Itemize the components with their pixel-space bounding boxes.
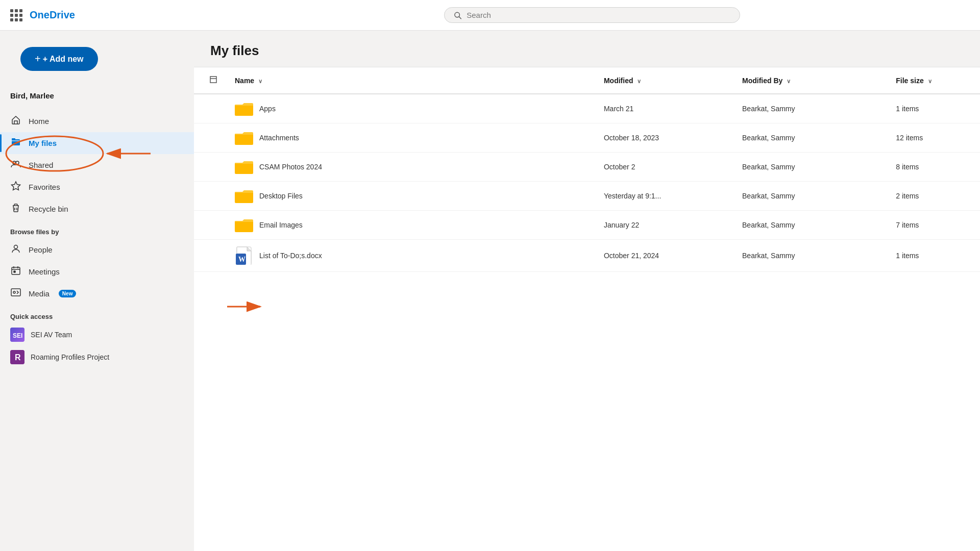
th-modified-by[interactable]: Modified By ∨: [734, 67, 888, 94]
modifiedby-sort-icon: ∨: [787, 78, 791, 85]
shared-label: Shared: [29, 161, 53, 169]
row-modified: March 21: [596, 94, 734, 123]
row-modified-by: Bearkat, Sammy: [734, 211, 888, 240]
row-icon-cell: [194, 94, 227, 123]
name-cell: Desktop Files: [235, 188, 587, 204]
th-modified[interactable]: Modified ∨: [596, 67, 734, 94]
sei-icon: SEI: [10, 328, 24, 342]
row-modified: October 21, 2024: [596, 240, 734, 272]
people-label: People: [29, 245, 53, 254]
row-icon-cell: [194, 123, 227, 153]
row-file-size: 1 items: [888, 240, 980, 272]
row-modified: January 22: [596, 211, 734, 240]
th-icon: [194, 67, 227, 94]
svg-rect-22: [235, 105, 253, 116]
table-row[interactable]: Desktop FilesYesterday at 9:1...Bearkat,…: [194, 182, 980, 211]
meetings-icon: [10, 265, 21, 278]
svg-rect-26: [235, 221, 253, 232]
row-file-size: 2 items: [888, 182, 980, 211]
file-list-container: Name ∨ Modified ∨ Modified By ∨ File s: [194, 67, 980, 551]
file-name: Desktop Files: [259, 192, 303, 200]
row-name-cell: Email Images: [227, 211, 596, 240]
table-row[interactable]: CSAM Photos 2024October 2Bearkat, Sammy8…: [194, 153, 980, 182]
row-icon-cell: [194, 211, 227, 240]
user-section: Bird, Marlee: [0, 89, 194, 110]
row-name-cell: W List of To-Do;s.docx: [227, 240, 596, 272]
topbar: OneDrive: [0, 0, 980, 31]
sidebar-item-home[interactable]: Home: [0, 110, 194, 132]
row-icon-cell: [194, 240, 227, 272]
topbar-left: OneDrive: [10, 9, 204, 21]
row-icon-cell: [194, 182, 227, 211]
svg-rect-24: [235, 163, 253, 174]
sidebar-item-favorites[interactable]: Favorites: [0, 176, 194, 198]
row-file-size: 12 items: [888, 123, 980, 153]
name-cell: Apps: [235, 101, 587, 116]
waffle-icon[interactable]: [10, 9, 22, 21]
file-table: Name ∨ Modified ∨ Modified By ∨ File s: [194, 67, 980, 272]
name-cell: Attachments: [235, 130, 587, 145]
file-table-body: AppsMarch 21Bearkat, Sammy1 items Attach…: [194, 94, 980, 272]
name-cell: CSAM Photos 2024: [235, 159, 587, 174]
row-modified-by: Bearkat, Sammy: [734, 240, 888, 272]
row-modified: October 2: [596, 153, 734, 182]
row-modified: Yesterday at 9:1...: [596, 182, 734, 211]
folder-icon: [235, 130, 253, 145]
table-row[interactable]: W List of To-Do;s.docxOctober 21, 2024Be…: [194, 240, 980, 272]
add-new-label: + Add new: [43, 55, 84, 64]
svg-rect-10: [12, 267, 20, 274]
myfiles-icon: [10, 137, 21, 149]
row-file-size: 7 items: [888, 211, 980, 240]
modified-sort-icon: ∨: [637, 78, 641, 85]
sidebar-item-myfiles[interactable]: My files: [0, 132, 194, 154]
svg-text:SEI: SEI: [13, 332, 22, 339]
home-icon: [10, 115, 21, 128]
quick-access-header: Quick access: [0, 305, 194, 323]
home-label: Home: [29, 117, 49, 126]
quick-access-sei[interactable]: SEI SEI AV Team: [0, 323, 194, 346]
favorites-icon: [10, 181, 21, 193]
filesize-sort-icon: ∨: [928, 78, 932, 85]
svg-rect-15: [11, 289, 20, 296]
svg-text:R: R: [15, 353, 21, 362]
people-icon: [10, 243, 21, 256]
add-new-button[interactable]: + + Add new: [20, 47, 98, 71]
search-input[interactable]: [467, 11, 730, 19]
table-row[interactable]: Email ImagesJanuary 22Bearkat, Sammy7 it…: [194, 211, 980, 240]
roaming-label: Roaming Profiles Project: [31, 353, 109, 361]
sidebar-item-meetings[interactable]: Meetings: [0, 261, 194, 283]
svg-point-16: [13, 291, 15, 293]
name-cell: W List of To-Do;s.docx: [235, 246, 587, 265]
sidebar-item-media[interactable]: Media New: [0, 283, 194, 305]
page-title: My files: [194, 31, 980, 67]
file-name: List of To-Do;s.docx: [259, 252, 322, 260]
plus-icon: +: [35, 53, 41, 65]
row-modified-by: Bearkat, Sammy: [734, 153, 888, 182]
folder-icon: [235, 101, 253, 116]
new-badge: New: [59, 290, 77, 297]
svg-rect-14: [14, 271, 15, 272]
svg-rect-25: [235, 192, 253, 203]
sidebar-item-recycle[interactable]: Recycle bin: [0, 198, 194, 220]
file-name: Apps: [259, 105, 276, 113]
svg-rect-23: [235, 134, 253, 145]
media-icon: [10, 287, 21, 300]
sidebar-item-shared[interactable]: Shared: [0, 154, 194, 176]
table-row[interactable]: AttachmentsOctober 18, 2023Bearkat, Samm…: [194, 123, 980, 153]
recycle-icon: [10, 203, 21, 215]
row-file-size: 1 items: [888, 94, 980, 123]
sidebar-item-people[interactable]: People: [0, 239, 194, 261]
search-box[interactable]: [444, 7, 740, 23]
user-name: Bird, Marlee: [10, 91, 184, 100]
th-name[interactable]: Name ∨: [227, 67, 596, 94]
folder-icon: [235, 188, 253, 204]
meetings-label: Meetings: [29, 267, 60, 276]
table-row[interactable]: AppsMarch 21Bearkat, Sammy1 items: [194, 94, 980, 123]
sidebar: + + Add new Bird, Marlee Home: [0, 31, 194, 551]
brand-name: OneDrive: [30, 9, 75, 21]
th-file-size[interactable]: File size ∨: [888, 67, 980, 94]
file-name: Email Images: [259, 221, 303, 229]
quick-access-roaming[interactable]: R Roaming Profiles Project: [0, 346, 194, 368]
myfiles-label: My files: [29, 139, 57, 147]
row-icon-cell: [194, 153, 227, 182]
